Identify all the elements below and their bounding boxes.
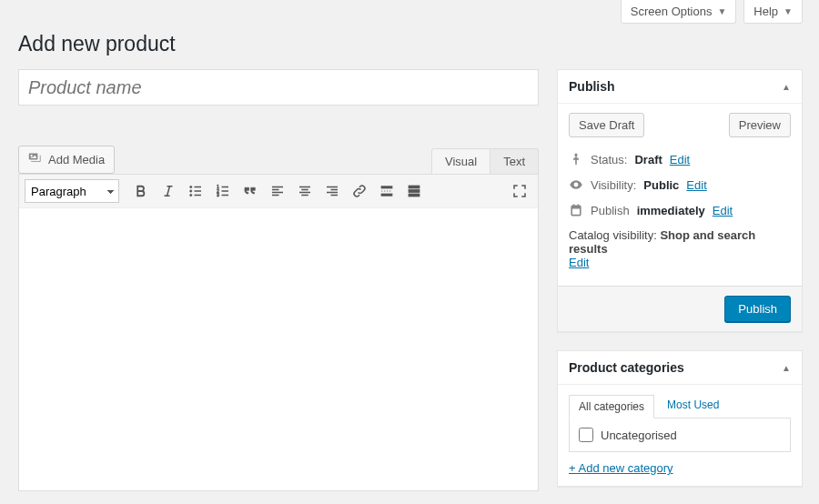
svg-text:3: 3 (217, 193, 219, 197)
fullscreen-button[interactable] (507, 178, 532, 204)
visibility-label: Visibility: (591, 178, 636, 192)
product-name-input[interactable] (18, 69, 539, 106)
align-right-button[interactable] (319, 178, 345, 204)
category-label: Uncategorised (601, 428, 677, 442)
add-new-category-link[interactable]: + Add new category (569, 461, 673, 475)
align-center-button[interactable] (292, 178, 318, 204)
read-more-button[interactable] (374, 178, 399, 204)
italic-button[interactable] (156, 178, 181, 204)
collapse-toggle-icon[interactable]: ▲ (782, 82, 791, 92)
page-title: Add new product (0, 24, 819, 60)
status-edit-link[interactable]: Edit (670, 153, 690, 166)
help-label: Help (753, 5, 778, 18)
category-checkbox[interactable] (579, 428, 593, 442)
svg-rect-29 (381, 194, 392, 196)
categories-tab-all[interactable]: All categories (569, 395, 654, 418)
product-categories-box: Product categories ▲ All categories Most… (557, 350, 803, 487)
media-icon (28, 151, 43, 168)
visibility-edit-link[interactable]: Edit (686, 178, 706, 192)
editor-tab-visual[interactable]: Visual (431, 148, 490, 174)
screen-options-tab[interactable]: Screen Options ▼ (621, 0, 737, 24)
status-label: Status: (591, 153, 627, 166)
bold-button[interactable] (128, 178, 154, 204)
svg-rect-31 (409, 190, 420, 193)
publish-date-label: Publish (591, 204, 630, 217)
catalog-visibility-edit-link[interactable]: Edit (569, 256, 589, 269)
caret-down-icon: ▼ (717, 6, 726, 16)
editor-content-area[interactable] (19, 208, 538, 490)
bullet-list-button[interactable] (183, 178, 208, 204)
svg-line-2 (167, 186, 170, 197)
categories-tab-most-used[interactable]: Most Used (658, 394, 728, 418)
link-button[interactable] (347, 178, 372, 204)
svg-point-3 (190, 186, 192, 187)
toolbar-toggle-button[interactable] (401, 178, 427, 204)
help-tab[interactable]: Help ▼ (743, 0, 803, 24)
collapse-toggle-icon[interactable]: ▲ (782, 363, 791, 373)
categories-box-title: Product categories (569, 360, 684, 375)
align-left-button[interactable] (265, 178, 290, 204)
svg-rect-27 (381, 186, 392, 188)
add-media-button[interactable]: Add Media (18, 146, 115, 174)
publish-date-edit-link[interactable]: Edit (713, 204, 733, 217)
caret-down-icon: ▼ (784, 6, 793, 16)
svg-point-4 (190, 190, 192, 192)
calendar-icon (569, 203, 583, 217)
svg-rect-30 (409, 186, 420, 188)
save-draft-button[interactable]: Save Draft (569, 113, 644, 137)
publish-box: Publish ▲ Save Draft Preview Status: Dra… (557, 69, 803, 332)
publish-button[interactable]: Publish (724, 296, 791, 322)
eye-icon (569, 177, 583, 192)
editor-tab-text[interactable]: Text (490, 148, 539, 174)
catalog-visibility-label: Catalog visibility: (569, 228, 657, 242)
publish-date-value: immediately (637, 204, 705, 217)
category-item[interactable]: Uncategorised (579, 428, 781, 442)
blockquote-button[interactable] (238, 178, 263, 204)
status-value: Draft (634, 153, 662, 166)
publish-box-title: Publish (569, 79, 615, 94)
preview-button[interactable]: Preview (729, 113, 791, 137)
numbered-list-button[interactable]: 123 (210, 178, 236, 204)
pin-icon (569, 152, 583, 166)
svg-point-5 (190, 194, 192, 196)
format-select[interactable]: Paragraph (25, 179, 119, 203)
svg-rect-32 (409, 194, 420, 197)
screen-options-label: Screen Options (631, 5, 713, 18)
visibility-value: Public (643, 178, 679, 192)
add-media-label: Add Media (48, 153, 105, 166)
